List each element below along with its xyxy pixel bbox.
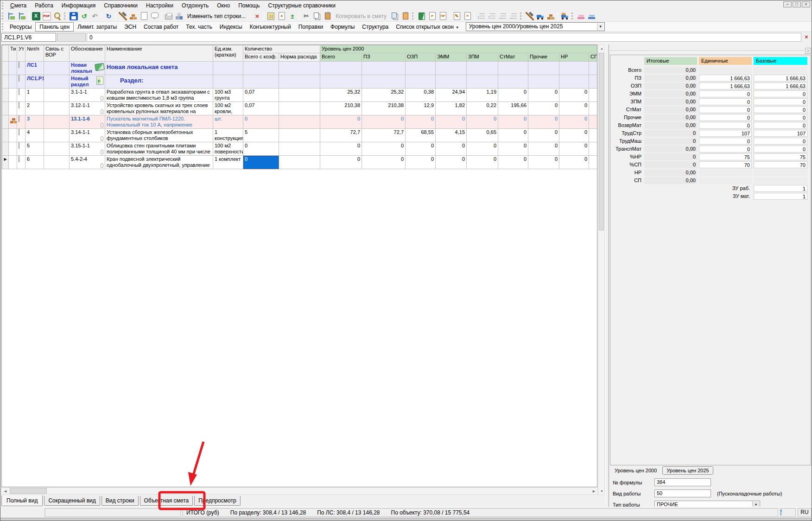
menu-grip[interactable]	[2, 2, 4, 9]
rate-doc-button[interactable]	[139, 11, 149, 21]
horizontal-scrollbar[interactable]: ◀ ▶	[1, 487, 598, 495]
cell-value[interactable]	[589, 102, 597, 115]
cell-basis[interactable]: 3.15-1-1	[70, 142, 105, 156]
cell-value[interactable]	[589, 115, 597, 129]
cell-value[interactable]	[467, 62, 498, 75]
cell-value[interactable]	[528, 75, 559, 89]
pink-books-button[interactable]	[576, 11, 586, 21]
tab-price-level-2025[interactable]: Уровень цен 2025	[662, 466, 713, 475]
view-mode-tab-4[interactable]: Предпросмотр	[194, 496, 240, 506]
toolbar-grip[interactable]	[64, 13, 66, 19]
cell-value[interactable]	[406, 62, 436, 75]
row-selector-cell[interactable]	[2, 115, 9, 129]
cell-unit[interactable]: 100 м3 грунта	[213, 89, 243, 102]
info-icon[interactable]: i	[780, 509, 782, 515]
cell-name[interactable]: Разработка грунта в отвал экскаваторами …	[105, 89, 213, 102]
cell-value[interactable]: 0	[467, 142, 498, 156]
cell-vor-link[interactable]	[44, 129, 70, 142]
cell-vor-link[interactable]	[44, 89, 70, 102]
cell-name[interactable]: Устройство кровель скатных из трех слоев…	[105, 102, 213, 115]
cell-num[interactable]: ЛС1	[25, 62, 44, 75]
cell-vor-link[interactable]	[44, 156, 70, 169]
delivery-truck-button[interactable]	[559, 11, 570, 21]
change-row-type-button[interactable]: Изменить тип строки...	[184, 13, 248, 19]
cell-vor-link[interactable]	[44, 75, 70, 89]
cell-value[interactable]: 210,38	[320, 102, 362, 115]
price-unit-value[interactable]: 107	[699, 130, 752, 137]
tab-8[interactable]: Поправки	[295, 22, 327, 32]
cell-norm[interactable]	[279, 62, 320, 75]
row-type-cell[interactable]	[9, 102, 17, 115]
approve-cell[interactable]	[17, 62, 25, 75]
tab-6[interactable]: Индексы	[216, 22, 246, 32]
approve-cell[interactable]	[17, 75, 25, 89]
approve-cell[interactable]	[17, 156, 25, 169]
row-type-cell[interactable]	[9, 129, 17, 142]
cell-basis[interactable]: 13.1-1-6	[70, 115, 105, 129]
cell-unit[interactable]: шт.	[213, 115, 243, 129]
cell-value[interactable]	[559, 75, 589, 89]
row-selector-cell[interactable]	[2, 89, 9, 102]
cell-num[interactable]: 4	[25, 129, 44, 142]
row-checkbox[interactable]	[19, 62, 19, 68]
price-book-button[interactable]	[416, 11, 427, 21]
cell-name[interactable]: Кран подвесной электрический однобалочны…	[105, 156, 213, 169]
toolbar-grip[interactable]	[571, 13, 573, 19]
tab-2[interactable]: Лимит. затраты	[74, 22, 121, 32]
edit-template-button[interactable]	[451, 11, 462, 21]
cell-value[interactable]: 0,22	[467, 102, 498, 115]
cell-value[interactable]	[559, 62, 589, 75]
formula-number-field[interactable]: 384	[654, 478, 711, 486]
view-mode-tab-3[interactable]: Объектная смета	[140, 496, 193, 506]
cell-value[interactable]: 0	[467, 156, 498, 169]
price-unit-value[interactable]: 0	[699, 114, 752, 121]
cell-basis[interactable]: 5.4-2-4	[70, 156, 105, 169]
cell-unit[interactable]: 100 м2 поверхности	[213, 142, 243, 156]
adjust-quantity-button[interactable]	[287, 11, 298, 21]
approve-cell[interactable]	[17, 89, 25, 102]
cell-value[interactable]: 0	[406, 156, 436, 169]
maximize-button[interactable]: □	[793, 1, 801, 7]
cell-value[interactable]: 0	[528, 129, 559, 142]
cell-value[interactable]: 0	[498, 156, 528, 169]
price-unit-value[interactable]: 1 666,63	[699, 83, 752, 89]
cell-value[interactable]: 72,7	[362, 129, 406, 142]
cell-vor-link[interactable]	[44, 142, 70, 156]
cell-value[interactable]	[406, 75, 436, 89]
cell-value[interactable]: 0	[528, 115, 559, 129]
cell-quantity[interactable]	[243, 75, 279, 89]
tab-0[interactable]: Ресурсы	[6, 22, 35, 32]
row-type-cell[interactable]	[9, 115, 17, 129]
cell-value[interactable]	[589, 89, 597, 102]
print-button[interactable]	[163, 11, 174, 21]
tab-price-level-2000[interactable]: Уровень цен 2000	[612, 466, 660, 475]
cell-value[interactable]: 0,38	[406, 89, 436, 102]
vertical-scrollbar[interactable]: ▲ ▼	[598, 44, 605, 495]
scroll-left-icon[interactable]: ◀	[2, 488, 9, 495]
language-indicator[interactable]: RU	[798, 508, 812, 517]
row-type-cell[interactable]	[9, 62, 17, 75]
cell-basis[interactable]: Новая локальн	[70, 62, 105, 75]
cell-value[interactable]: 0	[498, 89, 528, 102]
cell-basis[interactable]: 3.12-1-1	[70, 102, 105, 115]
cell-value[interactable]: 0	[436, 156, 467, 169]
cell-vor-link[interactable]	[44, 62, 70, 75]
cell-value[interactable]	[320, 75, 362, 89]
row-selector-cell[interactable]	[2, 102, 9, 115]
row-checkbox[interactable]	[19, 142, 19, 149]
cell-value[interactable]	[467, 75, 498, 89]
resources-catalog-button[interactable]	[117, 11, 128, 21]
cell-value[interactable]: 195,66	[498, 102, 528, 115]
row-type-cell[interactable]	[9, 75, 17, 89]
price-base-value[interactable]: 0	[754, 114, 807, 121]
price-base-value[interactable]: 0	[754, 122, 807, 129]
row-selector-cell[interactable]	[2, 75, 9, 89]
row-type-cell[interactable]	[9, 156, 17, 169]
tab-open-windows[interactable]: Список открытых окон▼	[392, 22, 463, 32]
cut-button[interactable]	[301, 11, 311, 21]
view-mode-tab-0[interactable]: Полный вид	[1, 496, 43, 506]
cell-value[interactable]: 1,19	[467, 89, 498, 102]
close-button[interactable]: ×	[802, 1, 810, 7]
blue-books-button[interactable]	[586, 11, 597, 21]
scroll-up-icon[interactable]: ▲	[598, 45, 605, 52]
